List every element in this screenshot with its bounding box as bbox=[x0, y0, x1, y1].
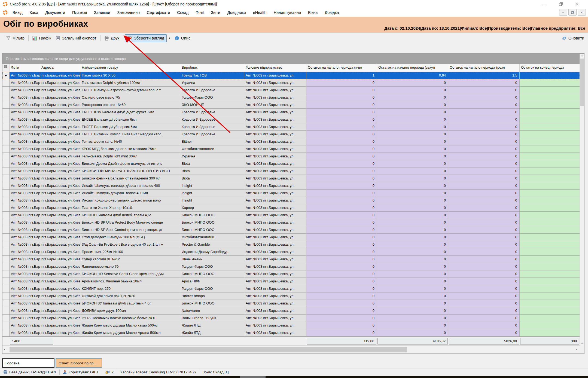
horizontal-scrollbar[interactable]: ‹ › bbox=[2, 345, 580, 353]
column-header[interactable]: Остаток на начало периода (к-во bbox=[306, 64, 377, 72]
menu-item-платежі[interactable]: Платежі bbox=[72, 10, 87, 15]
table-row[interactable]: Апт №003 пгт.Барышевкапгт.Барышевка, ул.… bbox=[2, 270, 580, 278]
table-row[interactable]: Апт №003 пгт.Барышевкапгт.Барышевка, ул.… bbox=[2, 292, 580, 300]
menu-item-вихід[interactable]: Вихід bbox=[13, 10, 23, 15]
menu-item-вікна[interactable]: Вікна bbox=[308, 10, 318, 15]
column-header[interactable]: Виробник bbox=[180, 64, 244, 72]
table-row[interactable]: Апт №003 пгт.Барышевкапгт.Барышевка, ул.… bbox=[2, 94, 580, 101]
table-row[interactable]: Апт №003 пгт.Барышевкапгт.Барышевка, ул.… bbox=[2, 263, 580, 270]
group-by-hint: Перетягніть заголовок колонки сюди для у… bbox=[6, 57, 126, 61]
menu-item-звіти[interactable]: Звіти bbox=[211, 10, 220, 15]
table-row[interactable]: ▶Апт №003 пгт.Барышевкапгт.Барышевка, ул… bbox=[2, 72, 580, 79]
mdi-restore-button[interactable] bbox=[568, 9, 577, 16]
column-header[interactable]: Остаток на конец периода bbox=[520, 64, 580, 72]
restore-button[interactable] bbox=[553, 0, 569, 8]
table-row[interactable]: Апт №003 пгт.Барышевкапгт.Барышевка, ул.… bbox=[2, 226, 580, 234]
table-row[interactable]: Апт №003 пгт.Барышевкапгт.Барышевка, ул.… bbox=[2, 167, 580, 175]
table-row[interactable]: Апт №003 пгт.Барышевкапгт.Барышевка, ул.… bbox=[2, 79, 580, 87]
menu-item-філії[interactable]: Філії bbox=[196, 10, 204, 15]
table-row[interactable]: Апт №003 пгт.Барышевкапгт.Барышевка, ул.… bbox=[2, 109, 580, 116]
table-row[interactable]: Апт №003 пгт.Барышевкапгт.Барышевка, ул.… bbox=[2, 197, 580, 204]
scroll-down-arrow[interactable]: ▼ bbox=[580, 342, 584, 345]
export-button[interactable]: Загальний експорт bbox=[53, 35, 99, 42]
table-row[interactable]: Апт №003 пгт.Барышевкапгт.Барышевка, ул.… bbox=[2, 248, 580, 256]
column-header[interactable]: Головне підприємство bbox=[244, 64, 306, 72]
cell-manufacturer: Биокон МНПО ООО bbox=[180, 226, 244, 234]
table-row[interactable]: Апт №003 пгт.Барышевкапгт.Барышевка, ул.… bbox=[2, 101, 580, 109]
group-by-bar[interactable]: Перетягніть заголовок колонки сюди для у… bbox=[2, 54, 580, 64]
horizontal-scroll-thumb[interactable] bbox=[10, 347, 407, 352]
vertical-scroll-thumb[interactable] bbox=[580, 59, 584, 106]
table-row[interactable]: Апт №003 пгт.Барышевкапгт.Барышевка, ул.… bbox=[2, 219, 580, 226]
menu-item-ehealth[interactable]: eHealth bbox=[253, 10, 267, 15]
menu-item-сертифікати[interactable]: Сертифікати bbox=[147, 10, 170, 15]
table-row[interactable]: Апт №003 пгт.Барышевкапгт.Барышевка, ул.… bbox=[2, 212, 580, 219]
menu-item-довідка[interactable]: Довідка bbox=[325, 10, 339, 15]
table-row[interactable]: Апт №003 пгт.Барышевкапгт.Барышевка, ул.… bbox=[2, 322, 580, 329]
refresh-button[interactable]: Оновити bbox=[562, 33, 584, 44]
menu-item-налаштування[interactable]: Налаштування bbox=[274, 10, 301, 15]
page-title: Обіг по виробниках bbox=[3, 19, 88, 29]
table-row[interactable]: Апт №003 пгт.Барышевкапгт.Барышевка, ул.… bbox=[2, 204, 580, 212]
minimize-button[interactable]: — bbox=[536, 0, 553, 8]
cell-start-retail: 0 bbox=[448, 285, 520, 292]
table-row[interactable]: Апт №003 пгт.Барышевкапгт.Барышевка, ул.… bbox=[2, 131, 580, 138]
menu-item-довідники[interactable]: Довідники bbox=[227, 10, 246, 15]
table-row[interactable]: Апт №003 пгт.Барышевкапгт.Барышевка, ул.… bbox=[2, 278, 580, 285]
column-header[interactable]: Найменування товару bbox=[80, 64, 180, 72]
export-label: Загальний експорт bbox=[62, 36, 96, 40]
table-row[interactable]: Апт №003 пгт.Барышевкапгт.Барышевка, ул.… bbox=[2, 175, 580, 182]
tab-home[interactable]: Головна bbox=[2, 358, 54, 368]
column-header[interactable]: Адреса bbox=[40, 64, 80, 72]
grid-body: ▶Апт №003 пгт.Барышевкапгт.Барышевка, ул… bbox=[2, 72, 580, 337]
window-title: Скарб pro v. 4.0.2.85 [ІД: ] - [Апт №003… bbox=[10, 2, 217, 6]
row-indicator bbox=[2, 145, 10, 153]
table-row[interactable]: Апт №003 пгт.Барышевкапгт.Барышевка, ул.… bbox=[2, 256, 580, 263]
cell-product: ENJEE Бальзам д/губ персик 6мл bbox=[80, 123, 180, 131]
column-chooser-button[interactable] bbox=[2, 64, 10, 72]
table-row[interactable]: Апт №003 пгт.Барышевкапгт.Барышевка, ул.… bbox=[2, 153, 580, 160]
table-row[interactable]: Апт №003 пгт.Барышевкапгт.Барышевка, ул.… bbox=[2, 190, 580, 197]
scroll-left-arrow[interactable]: ‹ bbox=[4, 347, 5, 351]
status-user: Користувач: GIFT bbox=[60, 369, 102, 375]
table-row[interactable]: Апт №003 пгт.Барышевкапгт.Барышевка, ул.… bbox=[2, 315, 580, 322]
table-row[interactable]: Апт №003 пгт.Барышевкапгт.Барышевка, ул.… bbox=[2, 116, 580, 123]
table-row[interactable]: Апт №003 пгт.Барышевкапгт.Барышевка, ул.… bbox=[2, 123, 580, 131]
table-row[interactable]: Апт №003 пгт.Барышевкапгт.Барышевка, ул.… bbox=[2, 138, 580, 145]
cell-start-retail: 0 bbox=[448, 300, 520, 307]
column-header[interactable]: Остаток на начало периода (закуп bbox=[377, 64, 448, 72]
description-button[interactable]: Опис bbox=[172, 35, 193, 42]
mdi-minimize-button[interactable]: – bbox=[559, 9, 567, 16]
table-row[interactable]: Апт №003 пгт.Барышевкапгт.Барышевка, ул.… bbox=[2, 285, 580, 292]
save-view-dropdown[interactable]: ▼ bbox=[167, 37, 172, 39]
cell-start-purchase: 0 bbox=[377, 307, 448, 315]
tab-report[interactable]: Отчет [Оборот по пр ... bbox=[56, 358, 102, 368]
close-button[interactable]: × bbox=[569, 0, 585, 8]
table-row[interactable]: Апт №003 пгт.Барышевкапгт.Барышевка, ул.… bbox=[2, 241, 580, 248]
column-header[interactable]: Остаток на начало периода (розн bbox=[448, 64, 520, 72]
save-view-button[interactable]: Зберегти вигляд bbox=[125, 34, 167, 42]
table-row[interactable]: Апт №003 пгт.Барышевкапгт.Барышевка, ул.… bbox=[2, 300, 580, 307]
table-row[interactable]: Апт №003 пгт.Барышевкапгт.Барышевка, ул.… bbox=[2, 307, 580, 315]
menu-item-каса[interactable]: Каса bbox=[30, 10, 38, 15]
table-row[interactable]: Апт №003 пгт.Барышевкапгт.Барышевка, ул.… bbox=[2, 329, 580, 337]
cell-start-purchase: 0 bbox=[377, 79, 448, 87]
filter-button[interactable]: Фільтр bbox=[4, 35, 27, 42]
scroll-right-arrow[interactable]: › bbox=[575, 347, 577, 351]
vertical-scrollbar[interactable]: ▲ ▼ bbox=[580, 54, 584, 345]
print-button[interactable]: Друк bbox=[102, 35, 121, 42]
menu-item-документи[interactable]: Документи bbox=[45, 10, 65, 15]
table-row[interactable]: Апт №003 пгт.Барышевкапгт.Барышевка, ул.… bbox=[2, 182, 580, 190]
menu-item-замовлення[interactable]: Замовлення bbox=[117, 10, 140, 15]
column-header[interactable]: Філія bbox=[10, 64, 40, 72]
menu-item-залишки[interactable]: Залишки bbox=[94, 10, 110, 15]
menu-item-склад[interactable]: Склад bbox=[177, 10, 188, 15]
table-row[interactable]: Апт №003 пгт.Барышевкапгт.Барышевка, ул.… bbox=[2, 145, 580, 153]
table-row[interactable]: Апт №003 пгт.Барышевкапгт.Барышевка, ул.… bbox=[2, 160, 580, 167]
restore-icon bbox=[559, 2, 563, 6]
mdi-close-button[interactable]: × bbox=[578, 9, 586, 16]
table-row[interactable]: Апт №003 пгт.Барышевкапгт.Барышевка, ул.… bbox=[2, 234, 580, 241]
chart-button[interactable]: Графік bbox=[30, 35, 53, 42]
scroll-up-arrow[interactable]: ▲ bbox=[580, 54, 584, 57]
table-row[interactable]: Апт №003 пгт.Барышевкапгт.Барышевка, ул.… bbox=[2, 87, 580, 94]
